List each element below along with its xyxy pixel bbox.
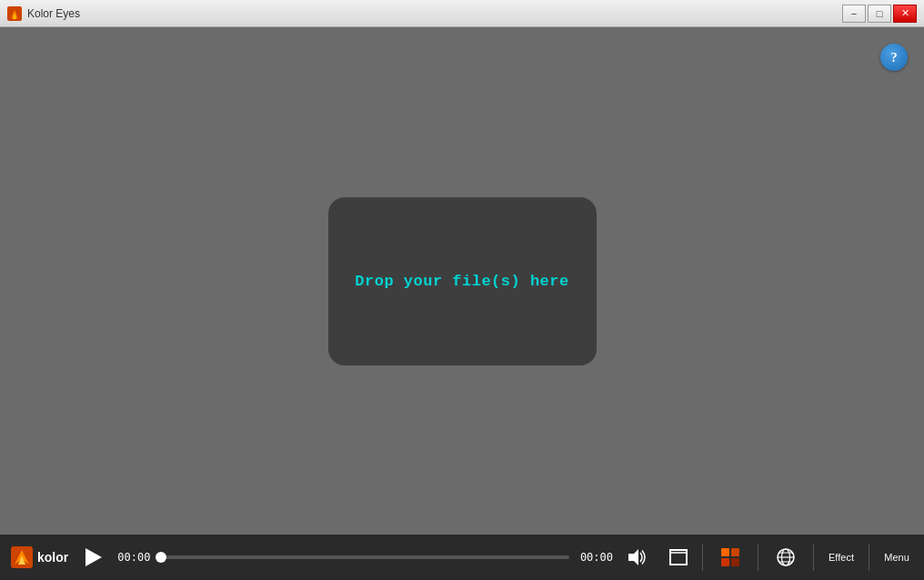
separator-3 — [813, 544, 814, 571]
svg-marker-6 — [628, 549, 638, 565]
menu-button[interactable]: Menu — [875, 539, 919, 575]
drop-zone[interactable]: Drop your file(s) here — [328, 197, 597, 365]
main-area: ? Drop your file(s) here — [0, 27, 924, 535]
grid-cell-3 — [721, 558, 729, 566]
question-mark-icon: ? — [890, 50, 898, 65]
title-bar-controls: − □ ✕ — [842, 5, 917, 23]
separator-2 — [758, 544, 758, 571]
play-triangle-icon — [85, 548, 102, 566]
window-title: Kolor Eyes — [27, 7, 80, 20]
grid-cell-4 — [731, 558, 739, 566]
title-bar: Kolor Eyes − □ ✕ — [0, 0, 924, 27]
kolor-logo-text: kolor — [37, 550, 68, 565]
effect-button[interactable]: Effect — [819, 539, 863, 575]
help-button[interactable]: ? — [880, 44, 908, 71]
kolor-logo: kolor — [5, 546, 74, 568]
time-total: 00:00 — [577, 551, 617, 564]
bottom-bar: kolor 00:00 00:00 — [0, 535, 924, 580]
separator-1 — [702, 544, 703, 571]
globe-icon — [776, 547, 796, 567]
volume-button[interactable] — [620, 541, 657, 574]
globe-button[interactable] — [764, 539, 808, 575]
grid-cell-1 — [721, 548, 729, 556]
grid-button[interactable] — [708, 539, 752, 575]
progress-bar[interactable] — [161, 555, 569, 559]
progress-knob[interactable] — [156, 552, 166, 563]
kolor-logo-icon — [11, 546, 33, 568]
play-button[interactable] — [77, 541, 110, 574]
volume-icon — [628, 549, 648, 565]
separator-4 — [869, 544, 869, 571]
title-bar-left: Kolor Eyes — [7, 6, 80, 21]
close-button[interactable]: ✕ — [893, 5, 917, 23]
fullscreen-button[interactable] — [660, 541, 697, 574]
grid-cell-2 — [731, 548, 739, 556]
maximize-button[interactable]: □ — [868, 5, 891, 23]
menu-label: Menu — [884, 552, 909, 563]
grid-icon — [721, 548, 739, 566]
fullscreen-icon — [669, 549, 688, 565]
effect-label: Effect — [829, 552, 854, 563]
minimize-button[interactable]: − — [842, 5, 866, 23]
drop-zone-text: Drop your file(s) here — [355, 273, 568, 290]
time-current: 00:00 — [114, 551, 154, 564]
app-icon — [7, 6, 22, 21]
